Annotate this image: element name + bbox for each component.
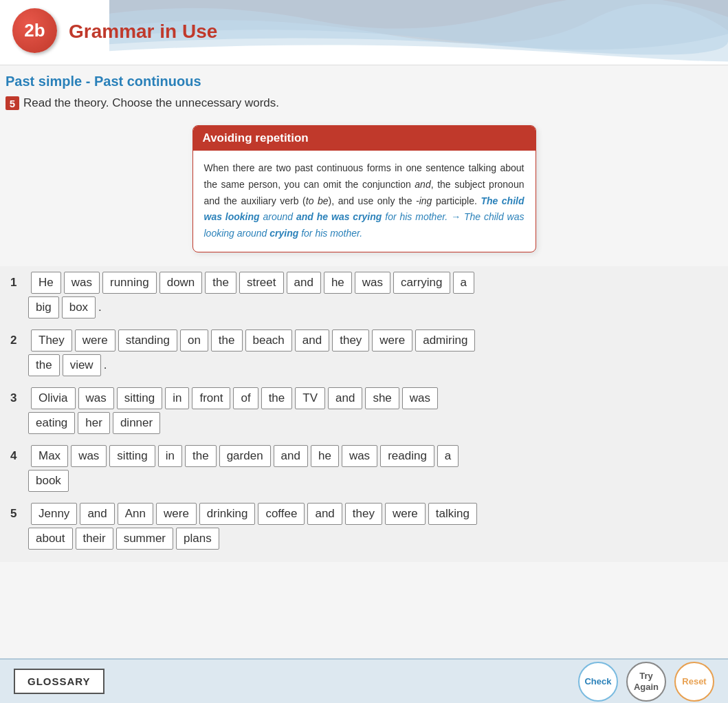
word-box[interactable]: Ann <box>118 503 153 525</box>
word-box[interactable]: running <box>102 272 157 294</box>
word-box[interactable]: garden <box>219 445 271 467</box>
sentence-number-2: 2 <box>10 334 25 347</box>
word-box[interactable]: about <box>28 528 73 550</box>
word-box[interactable]: front <box>192 387 230 409</box>
period: . <box>104 358 107 372</box>
sentence-1: 1Hewasrunningdownthestreetandhewascarryi… <box>10 266 718 318</box>
word-box[interactable]: were <box>372 329 412 352</box>
check-button[interactable]: Check <box>578 662 618 702</box>
word-box[interactable]: sitting <box>117 387 162 409</box>
sentence-number-3: 3 <box>10 391 25 405</box>
instruction: 5 Read the theory. Choose the unnecessar… <box>0 94 728 118</box>
word-box[interactable]: her <box>78 412 110 434</box>
word-box[interactable]: was <box>78 387 114 409</box>
word-box[interactable]: a <box>437 445 459 467</box>
word-box[interactable]: reading <box>380 445 434 467</box>
word-box[interactable]: They <box>31 329 72 352</box>
word-box[interactable]: the <box>185 445 217 467</box>
word-box[interactable]: he <box>311 445 339 467</box>
word-box[interactable]: the <box>211 329 243 352</box>
word-box[interactable]: she <box>365 387 399 409</box>
word-box[interactable]: was <box>402 387 438 409</box>
sentence-5: 5JennyandAnnweredrinkingcoffeeandtheywer… <box>10 497 718 550</box>
theory-body: When there are two past continuous forms… <box>193 151 536 252</box>
word-box[interactable]: and <box>307 503 342 525</box>
word-box[interactable]: summer <box>116 528 173 550</box>
word-box[interactable]: carrying <box>393 272 450 294</box>
instruction-number: 5 <box>5 96 19 110</box>
action-buttons: Check TryAgain Reset <box>578 662 714 702</box>
try-again-button[interactable]: TryAgain <box>626 662 666 702</box>
word-box[interactable]: of <box>233 387 258 409</box>
word-box[interactable]: and <box>80 503 114 525</box>
word-box[interactable]: street <box>239 272 284 294</box>
word-box[interactable]: a <box>453 272 474 294</box>
badge: 2b <box>12 8 57 53</box>
word-box[interactable]: and <box>287 272 321 294</box>
word-box[interactable]: drinking <box>199 503 256 525</box>
word-box[interactable]: TV <box>295 387 325 409</box>
word-box[interactable]: was <box>64 272 100 294</box>
sentence-number-4: 4 <box>10 449 25 463</box>
word-box[interactable]: were <box>156 503 197 525</box>
word-box[interactable]: in <box>165 387 189 409</box>
word-box[interactable]: they <box>345 503 382 525</box>
word-box[interactable]: Jenny <box>31 503 77 525</box>
word-box[interactable]: He <box>31 272 61 294</box>
word-box[interactable]: he <box>324 272 352 294</box>
word-box[interactable]: dinner <box>113 412 160 434</box>
word-box[interactable]: in <box>158 445 182 467</box>
sentence-2: 2Theywerestandingonthebeachandtheyweread… <box>10 324 718 376</box>
theory-header: Avoiding repetition <box>193 126 536 151</box>
sentence-number-5: 5 <box>10 507 25 521</box>
word-box[interactable]: and <box>274 445 308 467</box>
word-box[interactable]: the <box>28 354 60 376</box>
header-title: Grammar in Use <box>69 21 217 43</box>
word-box[interactable]: their <box>76 528 113 550</box>
header: 2b Grammar in Use <box>0 0 728 65</box>
glossary-button[interactable]: GLOSSARY <box>14 669 104 694</box>
word-box[interactable]: was <box>342 445 377 467</box>
word-box[interactable]: coffee <box>258 503 305 525</box>
word-box[interactable]: and <box>295 329 329 352</box>
word-box[interactable]: and <box>328 387 362 409</box>
word-box[interactable]: down <box>159 272 203 294</box>
word-box[interactable]: view <box>63 354 101 376</box>
word-box[interactable]: was <box>71 445 107 467</box>
reset-button[interactable]: Reset <box>674 662 714 702</box>
period: . <box>98 301 102 314</box>
word-box[interactable]: were <box>75 329 115 352</box>
word-box[interactable]: plans <box>176 528 219 550</box>
word-box[interactable]: sitting <box>109 445 155 467</box>
word-box[interactable]: box <box>62 296 96 318</box>
theory-container: Avoiding repetition When there are two p… <box>0 125 728 252</box>
word-box[interactable]: Olivia <box>31 387 76 409</box>
sentence-4: 4Maxwassittinginthegardenandhewasreading… <box>10 440 718 492</box>
word-box[interactable]: standing <box>118 329 177 352</box>
word-box[interactable]: the <box>205 272 236 294</box>
sentence-3: 3OliviawassittinginfrontoftheTVandshewas… <box>10 382 718 434</box>
word-box[interactable]: admiring <box>415 329 475 352</box>
theory-box: Avoiding repetition When there are two p… <box>192 125 536 252</box>
word-box[interactable]: Max <box>31 445 68 467</box>
word-box[interactable]: beach <box>245 329 292 352</box>
word-box[interactable]: talking <box>428 503 477 525</box>
word-box[interactable]: book <box>28 470 69 492</box>
word-box[interactable]: they <box>332 329 369 352</box>
exercise-area: 1Hewasrunningdownthestreetandhewascarryi… <box>0 266 728 562</box>
bottom-bar: GLOSSARY Check TryAgain Reset <box>0 658 728 703</box>
instruction-text: Read the theory. Choose the unnecessary … <box>23 96 279 110</box>
page-subtitle: Past simple - Past continuous <box>0 65 728 94</box>
word-box[interactable]: big <box>28 296 59 318</box>
word-box[interactable]: the <box>261 387 293 409</box>
word-box[interactable]: were <box>385 503 426 525</box>
word-box[interactable]: eating <box>28 412 75 434</box>
sentence-number-1: 1 <box>10 276 25 290</box>
word-box[interactable]: on <box>180 329 208 352</box>
word-box[interactable]: was <box>355 272 390 294</box>
